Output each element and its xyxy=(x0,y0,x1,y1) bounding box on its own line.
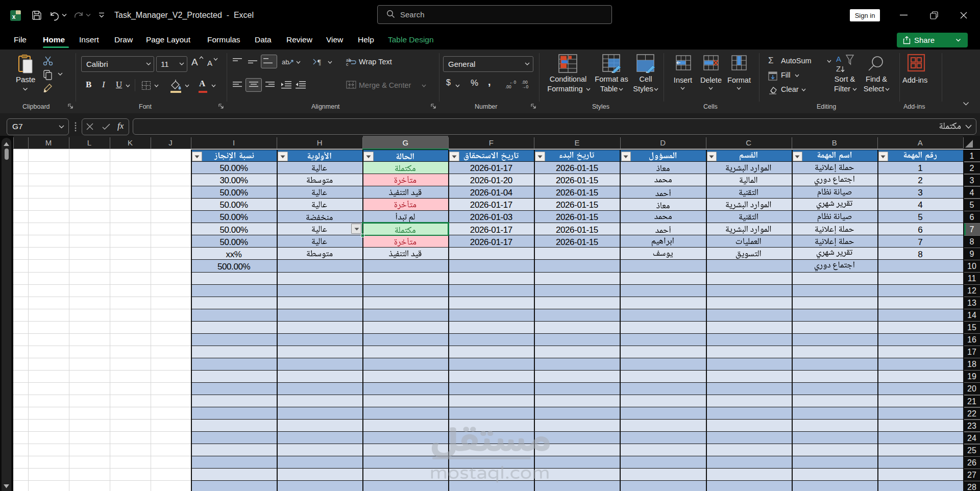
svg-text:c: c xyxy=(346,62,349,66)
svg-text:x: x xyxy=(12,13,16,20)
svg-text:¶: ¶ xyxy=(317,58,321,66)
svg-text:→0: →0 xyxy=(522,84,529,89)
svg-text:Z: Z xyxy=(836,64,841,73)
svg-text:.00: .00 xyxy=(505,84,511,89)
svg-text:A: A xyxy=(836,55,841,63)
svg-text:ab: ab xyxy=(282,58,289,66)
